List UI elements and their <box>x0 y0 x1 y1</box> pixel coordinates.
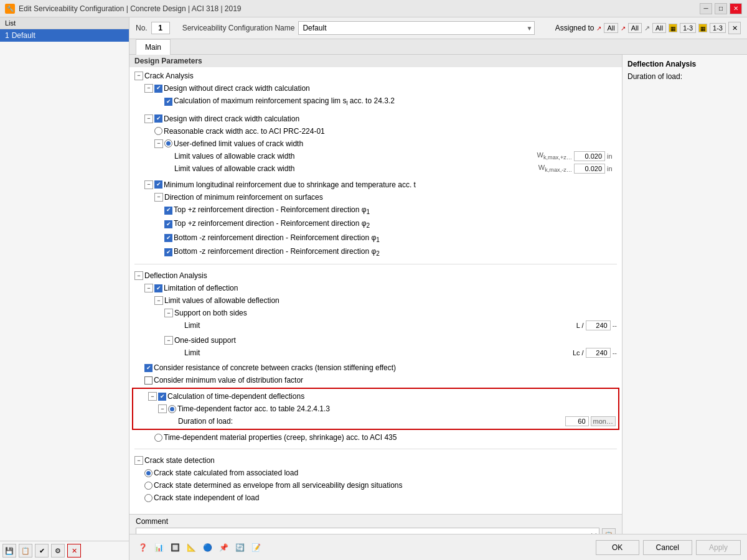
one-sided-limit-row: Limit Lc / -- <box>129 347 622 359</box>
expand-no-direct[interactable]: − <box>144 84 153 93</box>
assigned-sections2[interactable]: 1-3 <box>710 23 726 33</box>
check-no-direct[interactable]: ✔ <box>154 85 162 93</box>
check-direct[interactable]: ✔ <box>154 114 162 123</box>
right-panel: No. 1 Serviceability Configuration Name … <box>129 17 747 560</box>
clear-assigned-btn[interactable]: ✕ <box>728 22 741 34</box>
expand-direct[interactable]: − <box>144 114 153 123</box>
expand-direction[interactable]: − <box>154 193 163 202</box>
radio-time-factor[interactable] <box>168 405 176 413</box>
expand-deflection[interactable]: − <box>134 271 143 280</box>
tabs-row: Main <box>129 39 747 55</box>
limit-pos-sub: Wk,max,+z… <box>537 151 572 161</box>
expand-one-sided[interactable]: − <box>164 336 173 345</box>
radio-user-defined[interactable] <box>164 139 172 147</box>
no-field-group: No. 1 <box>136 22 170 34</box>
script-btn[interactable]: 📝 <box>249 541 263 554</box>
settings-btn[interactable]: ⚙ <box>51 544 65 558</box>
limit-pos-input[interactable] <box>574 151 605 161</box>
time-dependent-section: − ✔ Calculation of time-dependent deflec… <box>132 388 619 430</box>
formula-Lc: Lc / <box>573 349 584 357</box>
expand-min-reinf[interactable]: − <box>144 180 153 189</box>
check-top-pos-phi2[interactable]: ✔ <box>164 220 172 228</box>
expand-limitation[interactable]: − <box>144 284 153 292</box>
copy-icon-btn[interactable]: 📋 <box>19 544 32 558</box>
section-icon2: ▦ <box>698 24 707 32</box>
calc-max-label: Calculation of maximum reinforcement spa… <box>174 95 622 108</box>
radio-crack-envelope[interactable] <box>144 482 153 490</box>
assigned-to-group: Assigned to ↗ All ↗ All ↗ All ▦ 1-3 ▦ 1-… <box>555 22 741 34</box>
config-name-select[interactable]: Default <box>298 21 535 35</box>
expand-user-defined[interactable]: − <box>154 139 163 148</box>
duration-value-input[interactable] <box>565 416 589 426</box>
toolbar-icons: ❓ 📊 🔲 📐 🔵 📌 🔄 📝 <box>136 541 263 554</box>
assigned-to-label: Assigned to <box>555 24 594 32</box>
check-min-reinf[interactable]: ✔ <box>154 180 162 189</box>
assigned-all-2[interactable]: All <box>628 23 642 33</box>
tab-main[interactable]: Main <box>136 39 171 55</box>
limit-neg-label: Limit values of allowable crack width <box>174 164 538 173</box>
bot-neg-phi2-item: ✔ Bottom -z reinforcement direction - Re… <box>129 245 622 259</box>
delete-btn[interactable]: ✕ <box>67 544 81 558</box>
direction-item: − Direction of minimum reinforcement on … <box>129 191 622 203</box>
calc-time-label: Calculation of time-dependent deflection… <box>167 391 618 402</box>
radio-crack-independent[interactable] <box>144 494 153 502</box>
expand-support-both[interactable]: − <box>164 309 173 317</box>
check-calc-max[interactable]: ✔ <box>164 98 172 106</box>
ok-button[interactable]: OK <box>596 540 639 555</box>
table-btn[interactable]: 📊 <box>152 541 166 554</box>
save-icon-btn[interactable]: 💾 <box>2 544 16 558</box>
radio-reasonable[interactable] <box>154 127 162 135</box>
assigned-all-1[interactable]: All <box>604 23 618 33</box>
support-both-limit-row: Limit L / -- <box>129 319 622 332</box>
calc-btn[interactable]: 📐 <box>184 541 198 554</box>
radio-crack-assoc[interactable] <box>144 469 153 477</box>
view-btn[interactable]: 🔲 <box>168 541 182 554</box>
expand-calc-time[interactable]: − <box>148 392 157 401</box>
filter-btn[interactable]: 🔵 <box>200 541 214 554</box>
comment-select[interactable] <box>136 528 599 534</box>
direct-item: − ✔ Design with direct crack width calcu… <box>129 113 622 125</box>
expand-limit-values[interactable]: − <box>154 296 163 305</box>
reasonable-item: Reasonable crack width acc. to ACI PRC-2… <box>129 125 622 138</box>
expand-crack-analysis[interactable]: − <box>134 72 143 80</box>
min-reinf-label: Minimum longitudinal reinforcement due t… <box>164 179 622 190</box>
check-bot-neg-phi2[interactable]: ✔ <box>164 248 172 256</box>
limit-pos-label: Limit values of allowable crack width <box>174 152 537 161</box>
limit-neg-input[interactable] <box>574 164 605 174</box>
one-sided-value-input[interactable] <box>586 348 611 358</box>
nav-btn[interactable]: 📌 <box>217 541 230 554</box>
check-consider-min[interactable] <box>144 376 153 385</box>
minimize-button[interactable]: ─ <box>700 3 712 14</box>
apply-button[interactable]: Apply <box>696 540 741 555</box>
refresh-btn[interactable]: 🔄 <box>233 541 247 554</box>
radio-time-material[interactable] <box>154 434 162 442</box>
comment-action-btn[interactable]: 📋 <box>602 528 616 534</box>
no-value: 1 <box>151 22 170 34</box>
duration-label: Duration of load: <box>178 417 233 426</box>
window-title: Edit Serviceability Configuration | Conc… <box>19 4 242 13</box>
help-btn[interactable]: ❓ <box>136 541 149 554</box>
check-top-pos-phi1[interactable]: ✔ <box>164 207 172 215</box>
user-defined-item: − User-defined limit values of crack wid… <box>129 138 622 150</box>
assigned-sections[interactable]: 1-3 <box>680 23 696 33</box>
check-limitation[interactable]: ✔ <box>154 284 162 292</box>
check-all-btn[interactable]: ✔ <box>35 544 49 558</box>
expand-crack-state[interactable]: − <box>134 456 143 465</box>
close-button[interactable]: ✕ <box>730 3 742 14</box>
support-both-value-input[interactable] <box>586 320 611 330</box>
check-resistance[interactable]: ✔ <box>144 364 153 372</box>
bot-neg-phi1-label: Bottom -z reinforcement direction - Rein… <box>174 232 622 245</box>
check-calc-time[interactable]: ✔ <box>158 393 166 401</box>
cancel-button[interactable]: Cancel <box>643 540 692 555</box>
duration-values: mon… <box>565 416 618 426</box>
list-item-name: Default <box>12 31 35 40</box>
expand-time-factor[interactable]: − <box>158 404 167 413</box>
no-label: No. <box>136 24 148 32</box>
check-bot-neg-phi1[interactable]: ✔ <box>164 234 172 242</box>
assigned-all-3[interactable]: All <box>652 23 666 33</box>
min-reinf-item: − ✔ Minimum longitudinal reinforcement d… <box>129 179 622 191</box>
maximize-button[interactable]: □ <box>715 3 727 14</box>
support-both-limit-label: Limit <box>184 321 200 330</box>
list-item-default[interactable]: 1 Default <box>0 29 129 42</box>
one-sided-unit: -- <box>613 349 617 357</box>
